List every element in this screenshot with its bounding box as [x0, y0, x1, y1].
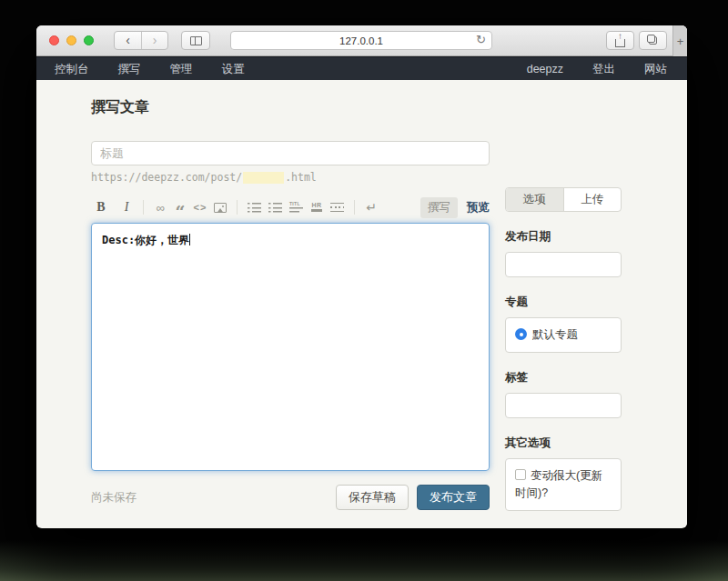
topic-option-label[interactable]: 默认专题	[532, 328, 578, 341]
tab-overview-button[interactable]	[639, 31, 667, 50]
editor-mode-switch: 撰写 预览	[420, 197, 490, 218]
horizontal-rule-button[interactable]: HR	[307, 197, 327, 217]
slug-highlight	[243, 172, 284, 184]
browser-window: ‹ › 127.0.0.1 ↻ ↑ + 控制台 撰写 管理 设置 deepzz …	[36, 25, 687, 528]
topic-label: 专题	[505, 295, 622, 310]
reload-icon[interactable]: ↻	[476, 33, 486, 46]
toolbar-divider	[237, 200, 238, 215]
nav-item-logout[interactable]: 登出	[581, 57, 626, 81]
sidebar-tabs: 选项 上传	[505, 187, 622, 212]
page-break-icon	[330, 203, 344, 212]
major-change-label[interactable]: 变动很大(更新时间)?	[515, 469, 602, 499]
heading-button[interactable]: TITL	[286, 197, 307, 217]
other-options-box: 变动很大(更新时间)?	[505, 458, 622, 511]
unordered-list-button[interactable]	[265, 197, 286, 217]
options-sidebar: 选项 上传 发布日期 专题 默认专题 标签 其它选项 变动很大(更新时间)?	[505, 187, 622, 511]
forward-button[interactable]: ›	[141, 32, 167, 49]
site-nav: 控制台 撰写 管理 设置 deepzz 登出 网站	[36, 56, 687, 80]
back-button[interactable]: ‹	[115, 32, 141, 49]
zoom-window-button[interactable]	[84, 35, 94, 45]
nav-item-website[interactable]: 网站	[633, 57, 678, 81]
tab-upload[interactable]: 上传	[563, 188, 622, 211]
undo-button[interactable]: ↵	[361, 197, 381, 217]
tags-label: 标签	[505, 370, 622, 386]
editor-textarea[interactable]: Desc:你好，世界	[91, 223, 490, 471]
toolbar-divider	[354, 200, 355, 215]
topic-box: 默认专题	[505, 317, 622, 353]
bold-button[interactable]: B	[91, 197, 111, 217]
publish-date-input[interactable]	[505, 252, 622, 277]
history-buttons: ‹ ›	[114, 31, 168, 50]
horizontal-rule-icon: HR	[311, 201, 321, 210]
traffic-lights	[49, 35, 94, 45]
major-change-checkbox[interactable]	[515, 469, 526, 480]
image-button[interactable]	[210, 197, 230, 217]
toolbar-divider	[143, 200, 144, 215]
nav-item-username[interactable]: deepzz	[516, 57, 574, 81]
tags-input[interactable]	[505, 393, 622, 418]
site-nav-left: 控制台 撰写 管理 设置	[44, 57, 256, 81]
ordered-list-button[interactable]	[244, 197, 265, 217]
page-title: 撰写文章	[91, 98, 490, 117]
italic-button[interactable]: I	[116, 197, 136, 217]
nav-item-dashboard[interactable]: 控制台	[44, 57, 100, 81]
publish-date-label: 发布日期	[505, 229, 622, 245]
url-text: 127.0.0.1	[339, 35, 383, 46]
action-buttons: 保存草稿 发布文章	[336, 485, 490, 510]
nav-item-settings[interactable]: 设置	[211, 57, 256, 81]
share-icon: ↑	[615, 39, 625, 47]
post-url-hint: https://deepzz.com/post/ .html	[91, 171, 490, 184]
heading-icon: TITL	[289, 202, 303, 213]
editor-footer: 尚未保存 保存草稿 发布文章	[91, 485, 490, 510]
unordered-list-icon	[268, 202, 282, 213]
address-bar[interactable]: 127.0.0.1 ↻	[230, 31, 492, 50]
url-suffix: .html	[285, 171, 317, 184]
save-status: 尚未保存	[91, 490, 136, 506]
blockquote-button[interactable]: “	[170, 197, 190, 217]
image-icon	[214, 203, 227, 213]
tab-overview-icon	[649, 36, 657, 45]
nav-item-manage[interactable]: 管理	[159, 57, 204, 81]
save-draft-button[interactable]: 保存草稿	[336, 485, 409, 510]
minimize-window-button[interactable]	[66, 35, 76, 45]
page-break-button[interactable]	[327, 197, 348, 217]
publish-button[interactable]: 发布文章	[417, 485, 490, 510]
topic-radio-selected[interactable]	[515, 328, 527, 340]
nav-item-write[interactable]: 撰写	[107, 57, 152, 81]
code-button[interactable]: <>	[190, 197, 210, 217]
page-content: 撰写文章 https://deepzz.com/post/ .html B I …	[36, 80, 687, 527]
text-caret	[189, 234, 190, 245]
mode-preview-tab[interactable]: 预览	[467, 200, 490, 215]
editor-text: Desc:你好，世界	[102, 234, 189, 246]
editor-toolbar: B I ∞ “ <> TITL HR ↵ 撰写 预览	[91, 196, 490, 218]
close-window-button[interactable]	[49, 35, 59, 45]
title-input[interactable]	[91, 141, 490, 165]
sidebar-toggle-button[interactable]	[181, 31, 210, 50]
browser-chrome: ‹ › 127.0.0.1 ↻ ↑ +	[36, 25, 687, 56]
tab-options[interactable]: 选项	[506, 188, 563, 211]
link-button[interactable]: ∞	[150, 197, 170, 217]
new-tab-button[interactable]: +	[672, 25, 687, 56]
url-prefix: https://deepzz.com/post/	[91, 171, 242, 184]
site-nav-right: deepzz 登出 网站	[516, 57, 678, 81]
mode-write-tab[interactable]: 撰写	[420, 197, 458, 218]
ordered-list-icon	[248, 202, 261, 213]
other-options-label: 其它选项	[505, 436, 622, 451]
editor-column: 撰写文章 https://deepzz.com/post/ .html B I …	[91, 98, 490, 510]
share-button[interactable]: ↑	[606, 31, 634, 50]
sidebar-icon	[190, 36, 202, 45]
